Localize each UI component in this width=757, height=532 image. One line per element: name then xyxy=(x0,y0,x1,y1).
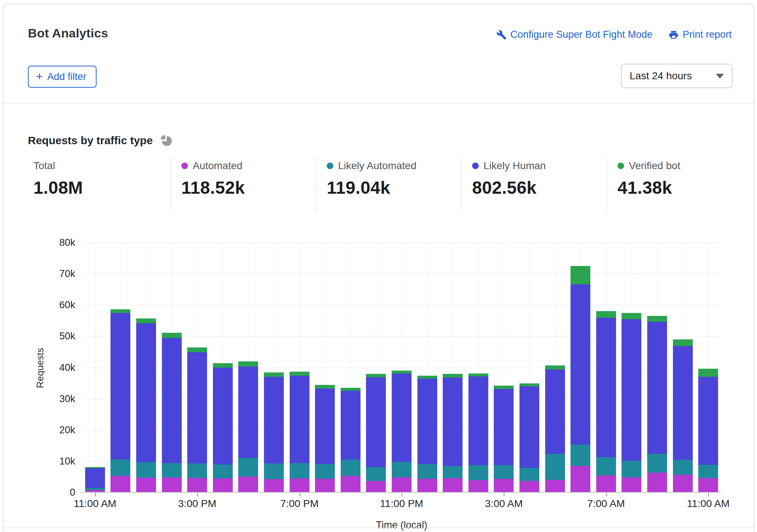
bar-segment-likely-automated xyxy=(162,463,182,477)
bar-segment-likely-automated xyxy=(519,468,539,481)
bar-segment-verified-bot xyxy=(187,347,207,352)
print-report-link[interactable]: Print report xyxy=(669,29,732,40)
stat-divider xyxy=(606,158,607,213)
bar-segment-likely-automated xyxy=(392,462,412,477)
x-axis-title: Time (local) xyxy=(376,520,427,531)
bar-segment-automated xyxy=(187,478,207,492)
plus-icon: + xyxy=(36,70,43,82)
bar-segment-verified-bot xyxy=(366,374,386,377)
bar-1100am[interactable] xyxy=(698,369,718,492)
bar-1000am[interactable] xyxy=(673,339,693,492)
bar-segment-verified-bot xyxy=(417,376,437,379)
bar-segment-verified-bot xyxy=(468,374,488,377)
y-tick-label: 80k xyxy=(3,237,75,248)
bar-segment-automated xyxy=(136,478,156,492)
stat-divider xyxy=(316,158,316,213)
bar-segment-automated xyxy=(519,481,539,492)
bar-segment-likely-human xyxy=(571,284,590,445)
bar-segment-automated xyxy=(468,480,488,492)
add-filter-button[interactable]: + Add filter xyxy=(28,66,97,88)
bar-segment-verified-bot xyxy=(622,313,641,319)
bar-700am[interactable] xyxy=(596,311,616,492)
bar-segment-likely-automated xyxy=(545,454,565,480)
bar-segment-likely-human xyxy=(392,374,412,462)
bar-600am[interactable] xyxy=(571,266,590,492)
wrench-icon xyxy=(496,30,507,40)
bar-segment-automated xyxy=(366,481,386,492)
bar-segment-likely-human xyxy=(519,386,539,467)
likely-automated-dot-icon xyxy=(327,163,333,169)
x-tick-mark xyxy=(95,493,96,496)
stat-value: 41.38k xyxy=(617,178,680,198)
bar-600pm[interactable] xyxy=(264,372,284,492)
bar-200am[interactable] xyxy=(468,374,488,492)
bar-100pm[interactable] xyxy=(136,318,156,492)
gridline xyxy=(95,243,95,493)
bar-segment-automated xyxy=(545,480,565,492)
bar-segment-likely-automated xyxy=(647,454,667,472)
bar-segment-likely-automated xyxy=(494,465,514,479)
x-tick-mark xyxy=(504,493,504,496)
bar-segment-likely-automated xyxy=(264,463,284,479)
bar-segment-verified-bot xyxy=(136,318,156,323)
bar-segment-verified-bot xyxy=(494,386,514,389)
y-tick-label: 70k xyxy=(3,268,75,280)
bar-300am[interactable] xyxy=(494,386,514,492)
bar-500pm[interactable] xyxy=(238,361,258,492)
bar-900pm[interactable] xyxy=(341,388,361,492)
bar-1100am[interactable] xyxy=(85,467,105,492)
bar-500am[interactable] xyxy=(545,365,565,492)
x-axis-line xyxy=(80,492,721,493)
bar-100am[interactable] xyxy=(443,374,463,492)
stat-value: 119.04k xyxy=(327,178,416,198)
bar-segment-likely-human xyxy=(443,378,463,466)
bar-800pm[interactable] xyxy=(315,385,335,492)
bar-segment-verified-bot xyxy=(571,266,590,284)
bar-900am[interactable] xyxy=(647,316,667,492)
x-tick-label: 3:00 PM xyxy=(178,498,216,510)
x-tick-label: 7:00 AM xyxy=(587,498,625,510)
configure-super-bot-fight-mode-link[interactable]: Configure Super Bot Fight Mode xyxy=(496,29,652,40)
bar-segment-automated xyxy=(417,479,437,492)
pie-chart-icon xyxy=(161,135,172,146)
printer-icon xyxy=(669,30,679,40)
bar-1200pm[interactable] xyxy=(111,309,130,492)
bar-400pm[interactable] xyxy=(213,363,233,492)
verified-bot-dot-icon xyxy=(617,163,624,169)
bar-400am[interactable] xyxy=(519,383,539,492)
bar-700pm[interactable] xyxy=(290,372,309,492)
bar-1200am[interactable] xyxy=(417,376,437,492)
bar-segment-likely-human xyxy=(494,389,514,465)
x-tick-label: 11:00 AM xyxy=(687,498,729,510)
section-heading: Requests by traffic type xyxy=(28,134,153,147)
x-tick-label: 11:00 AM xyxy=(74,498,116,510)
x-tick-label: 7:00 PM xyxy=(280,498,318,510)
stacked-bar-chart: 11:00 AM3:00 PM7:00 PM11:00 PM3:00 AM7:0… xyxy=(82,243,721,493)
bar-segment-automated xyxy=(290,478,309,492)
time-range-select[interactable]: Last 24 hours xyxy=(621,64,732,88)
bar-segment-likely-automated xyxy=(596,457,616,475)
y-tick-label: 40k xyxy=(3,362,75,374)
bar-200pm[interactable] xyxy=(162,333,182,492)
bar-1100pm[interactable] xyxy=(392,371,412,492)
bar-segment-automated xyxy=(596,475,616,492)
bar-1000pm[interactable] xyxy=(366,374,386,492)
bar-segment-likely-automated xyxy=(571,445,590,466)
bar-segment-automated xyxy=(213,478,233,492)
bar-segment-automated xyxy=(392,477,412,492)
automated-dot-icon xyxy=(181,163,188,169)
bar-segment-verified-bot xyxy=(315,385,335,388)
bar-800am[interactable] xyxy=(622,313,641,492)
bar-300pm[interactable] xyxy=(187,347,207,492)
bar-segment-automated xyxy=(622,477,641,492)
stat-label: Likely Human xyxy=(483,160,546,172)
stat-divider xyxy=(170,158,171,213)
bar-segment-likely-automated xyxy=(468,465,488,480)
y-tick-label: 10k xyxy=(3,456,75,467)
bot-analytics-page: Bot Analytics Configure Super Bot Fight … xyxy=(0,0,757,532)
bar-segment-likely-human xyxy=(596,318,616,457)
bar-segment-likely-human xyxy=(187,352,207,463)
bar-segment-verified-bot xyxy=(213,363,233,367)
bar-segment-automated xyxy=(341,476,361,492)
x-tick-label: 3:00 AM xyxy=(485,498,523,510)
